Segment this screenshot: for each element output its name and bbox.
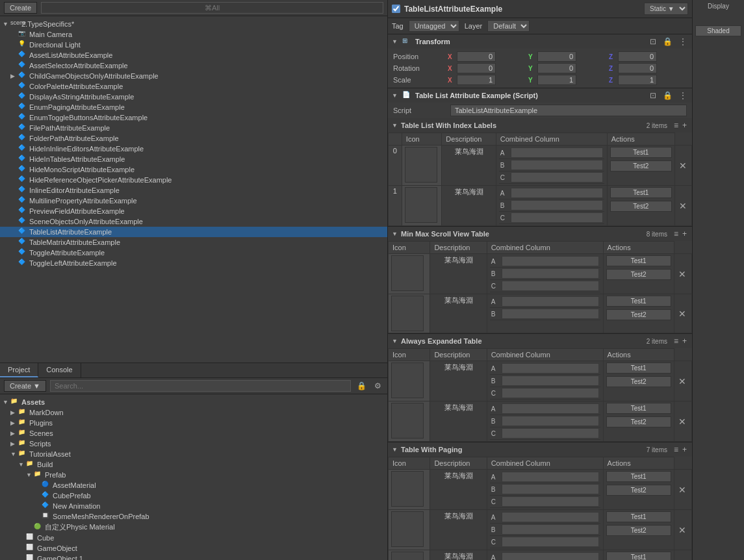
position-y-input[interactable] — [537, 51, 576, 62]
project-item[interactable]: ⬜ Cube — [0, 533, 387, 543]
hierarchy-item[interactable]: 🔷 SceneObjectsOnlyAttributeExample — [0, 216, 387, 227]
sub-input-A[interactable] — [502, 403, 599, 414]
sub-input-A[interactable] — [511, 147, 603, 158]
sub-input-A[interactable] — [511, 188, 603, 198]
hierarchy-item[interactable]: 🔷 EnumPagingAttributeExample — [0, 102, 387, 112]
delete-row-button[interactable]: ✕ — [677, 525, 687, 535]
script-expand-icon[interactable]: ⊡ — [648, 91, 658, 100]
sub-input-B[interactable] — [502, 524, 599, 535]
transform-lock-icon[interactable]: 🔒 — [661, 37, 674, 46]
scale-x-input[interactable] — [457, 75, 496, 85]
action-btn-test2[interactable]: Test2 — [606, 525, 671, 536]
action-btn-test1[interactable]: Test1 — [606, 552, 671, 560]
project-item[interactable]: ▶ 📁 MarkDown — [0, 407, 387, 418]
action-btn-test1[interactable]: Test1 — [610, 147, 672, 158]
sub-input-C[interactable] — [502, 388, 599, 398]
section-add-icon[interactable]: + — [681, 229, 688, 238]
hierarchy-item[interactable]: 🔷 ColorPaletteAttributeExample — [0, 81, 387, 92]
section-header-table-paging[interactable]: ▼ Table With Paging 7 items ≡ + — [388, 442, 692, 457]
delete-row-button[interactable]: ✕ — [677, 376, 687, 387]
sub-input-A[interactable] — [502, 552, 599, 560]
hierarchy-item[interactable]: 🔷 FilePathAttributeExample — [0, 123, 387, 133]
section-header-table-list-index[interactable]: ▼ Table List With Index Labels 2 items ≡… — [388, 118, 692, 133]
project-create-button[interactable]: Create ▼ — [4, 380, 46, 392]
create-button[interactable]: Create — [4, 2, 37, 14]
hierarchy-item[interactable]: 🔷 TableListAttributeExample — [0, 227, 387, 237]
delete-row-button[interactable]: ✕ — [677, 309, 687, 319]
action-btn-test1[interactable]: Test1 — [610, 187, 672, 198]
hierarchy-item[interactable]: 🔷 AssetSelectorAttributeExample — [0, 60, 387, 71]
project-item[interactable]: ▼ 📁 Prefab — [0, 470, 387, 480]
project-item[interactable]: ▶ 📁 Scripts — [0, 439, 387, 449]
sub-input-A[interactable] — [502, 512, 599, 522]
static-dropdown[interactable]: Static ▼ — [644, 3, 688, 15]
action-btn-test2[interactable]: Test2 — [610, 160, 672, 172]
sub-input-A[interactable] — [502, 363, 599, 374]
action-btn-test2[interactable]: Test2 — [610, 201, 672, 212]
section-list-icon[interactable]: ≡ — [673, 445, 680, 454]
sub-input-C[interactable] — [502, 281, 599, 291]
hierarchy-item[interactable]: ▶ 🔷 ChildGameObjectsOnlyAttributeExample — [0, 71, 387, 81]
rotation-y-input[interactable] — [537, 63, 576, 73]
section-header-min-max-scroll[interactable]: ▼ Min Max Scroll View Table 8 items ≡ + — [388, 227, 692, 241]
action-btn-test2[interactable]: Test2 — [606, 376, 671, 387]
script-header[interactable]: ▼ 📄 Table List Attribute Example (Script… — [388, 88, 692, 103]
transform-menu-icon[interactable]: ⋮ — [678, 37, 688, 46]
tab-project[interactable]: Project — [0, 363, 38, 377]
project-item[interactable]: 🔵 AssetMaterial — [0, 480, 387, 490]
hierarchy-item[interactable]: 💡 Directional Light — [0, 40, 387, 50]
project-item[interactable]: ⬜ GameObject — [0, 543, 387, 554]
sub-input-B[interactable] — [502, 484, 599, 494]
sub-input-C[interactable] — [511, 172, 603, 183]
hierarchy-item[interactable]: 🔷 HideMonoScriptAttributeExample — [0, 164, 387, 175]
scale-y-input[interactable] — [537, 75, 576, 85]
sub-input-C[interactable] — [511, 212, 603, 223]
position-x-input[interactable] — [457, 51, 496, 62]
hierarchy-item[interactable]: 🔷 ToggleAttributeExample — [0, 248, 387, 258]
delete-row-button[interactable]: ✕ — [677, 269, 687, 279]
sub-input-B[interactable] — [502, 416, 599, 426]
hierarchy-item[interactable]: 🔷 FolderPathAttributeExample — [0, 133, 387, 144]
action-btn-test2[interactable]: Test2 — [606, 485, 671, 496]
sub-input-B[interactable] — [511, 200, 603, 210]
section-list-icon[interactable]: ≡ — [673, 229, 680, 238]
sub-input-A[interactable] — [502, 472, 599, 482]
section-add-icon[interactable]: + — [681, 445, 688, 454]
sub-input-B[interactable] — [502, 375, 599, 386]
sub-input-B[interactable] — [502, 309, 599, 319]
hierarchy-item[interactable]: 🔷 ToggleLeftAttributeExample — [0, 258, 387, 268]
project-item[interactable]: ⬜ GameObject 1 — [0, 554, 387, 560]
section-add-icon[interactable]: + — [681, 337, 688, 346]
delete-row-button[interactable]: ✕ — [677, 485, 687, 495]
sub-input-A[interactable] — [502, 296, 599, 307]
hierarchy-item[interactable]: ▼ scene 2.TypeSpecifics* — [0, 19, 387, 29]
tab-console[interactable]: Console — [38, 363, 81, 377]
project-item[interactable]: 🔲 SomeMeshRendererOnPrefab — [0, 511, 387, 522]
project-item[interactable]: ▼ 📁 TutorialAsset — [0, 449, 387, 459]
hierarchy-item[interactable]: 🔷 EnumToggleButtonsAttributeExample — [0, 112, 387, 123]
project-search[interactable] — [50, 380, 351, 392]
project-item[interactable]: 🟢 自定义Physic Material — [0, 522, 387, 533]
hierarchy-item[interactable]: 🔷 HideInInlineEditorsAttributeExample — [0, 144, 387, 154]
scale-z-input[interactable] — [618, 75, 657, 85]
project-item[interactable]: 🔷 New Animation — [0, 501, 387, 511]
action-btn-test1[interactable]: Test1 — [606, 363, 671, 374]
section-add-icon[interactable]: + — [681, 121, 688, 130]
object-active-checkbox[interactable] — [392, 5, 400, 13]
transform-expand-icon[interactable]: ⊡ — [648, 37, 658, 46]
action-btn-test1[interactable]: Test1 — [606, 471, 671, 482]
delete-row-button[interactable]: ✕ — [678, 160, 688, 171]
action-btn-test2[interactable]: Test2 — [606, 309, 671, 320]
section-list-icon[interactable]: ≡ — [673, 337, 680, 346]
hierarchy-search[interactable] — [41, 2, 383, 14]
script-lock-icon[interactable]: 🔒 — [661, 91, 674, 100]
project-item[interactable]: ▶ 📁 Plugins — [0, 418, 387, 428]
action-btn-test1[interactable]: Test1 — [606, 403, 671, 414]
position-z-input[interactable] — [618, 51, 657, 62]
project-item[interactable]: 🔷 CubePrefab — [0, 490, 387, 501]
rotation-x-input[interactable] — [457, 63, 496, 73]
hierarchy-item[interactable]: 📷 Main Camera — [0, 29, 387, 40]
action-btn-test2[interactable]: Test2 — [606, 416, 671, 427]
hierarchy-item[interactable]: 🔷 PreviewFieldAttributeExample — [0, 206, 387, 216]
hierarchy-item[interactable]: 🔷 InlineEditorAttributeExample — [0, 185, 387, 196]
